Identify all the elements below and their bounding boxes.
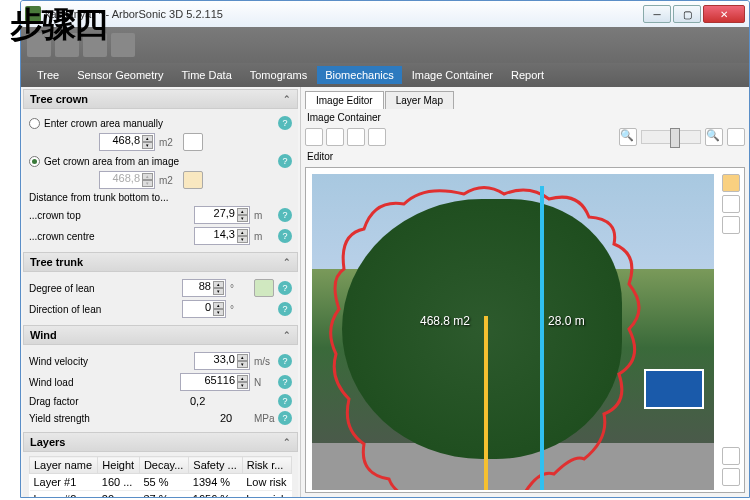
menubar: Tree Sensor Geometry Time Data Tomograms… [21, 63, 749, 87]
minimize-button[interactable]: ─ [643, 5, 671, 23]
tool-icon[interactable] [111, 33, 135, 57]
chevron-icon: ⌃ [283, 257, 291, 267]
radio-image[interactable] [29, 156, 40, 167]
chevron-icon: ⌃ [283, 94, 291, 104]
menu-report[interactable]: Report [503, 66, 552, 84]
unit: ° [230, 283, 250, 294]
settings-icon[interactable] [722, 468, 740, 486]
maximize-button[interactable]: ▢ [673, 5, 701, 23]
container-label: Image Container [305, 109, 745, 126]
window-title: kassanyar * - ArborSonic 3D 5.2.115 [45, 8, 643, 20]
section-title: Wind [30, 329, 57, 341]
menu-tomograms[interactable]: Tomograms [242, 66, 315, 84]
unit: N [254, 377, 274, 388]
section-layers-header[interactable]: Layers⌃ [23, 432, 298, 452]
help-icon[interactable]: ? [278, 116, 292, 130]
menu-timedata[interactable]: Time Data [173, 66, 239, 84]
overlay-step-label: 步骤四 [10, 2, 106, 48]
menu-biomechanics[interactable]: Biomechanics [317, 66, 401, 84]
drag-val: 0,2 [190, 395, 230, 407]
manual-label: Enter crown area manually [44, 118, 274, 129]
help-icon[interactable]: ? [278, 208, 292, 222]
right-panel: Image Editor Layer Map Image Container 🔍… [301, 87, 749, 497]
drag-label: Drag factor [29, 396, 186, 407]
tab-image-editor[interactable]: Image Editor [305, 91, 384, 109]
chevron-icon: ⌃ [283, 330, 291, 340]
image-label: Get crown area from an image [44, 156, 274, 167]
unit: ° [230, 304, 250, 315]
yield-val: 20 [220, 412, 250, 424]
help-icon[interactable]: ? [278, 229, 292, 243]
crown-centre-input[interactable]: 14,3▴▾ [194, 227, 250, 245]
titlebar: kassanyar * - ArborSonic 3D 5.2.115 ─ ▢ … [21, 1, 749, 27]
copy-icon[interactable] [347, 128, 365, 146]
help-icon[interactable]: ? [278, 302, 292, 316]
yield-label: Yield strength [29, 413, 216, 424]
unit: m/s [254, 356, 274, 367]
toolbar [21, 27, 749, 63]
zoom-slider[interactable] [641, 130, 701, 144]
table-row[interactable]: Layer #220 cm37 %1656 %Low risk [30, 491, 292, 498]
eye-icon[interactable] [722, 447, 740, 465]
zoom-out-icon[interactable]: 🔍 [705, 128, 723, 146]
close-button[interactable]: ✕ [703, 5, 745, 23]
editor-canvas[interactable]: 468.8 m2 28.0 m [305, 167, 745, 493]
unit: m [254, 231, 274, 242]
area-marker [484, 316, 488, 490]
lean-label: Degree of lean [29, 283, 178, 294]
area-label: 468.8 m2 [420, 314, 470, 328]
unit: m2 [159, 175, 179, 186]
paste-icon[interactable] [368, 128, 386, 146]
tab-layer-map[interactable]: Layer Map [385, 91, 454, 109]
lean-input[interactable]: 88▴▾ [182, 279, 226, 297]
unit: m [254, 210, 274, 221]
menu-image-container[interactable]: Image Container [404, 66, 501, 84]
app-window: kassanyar * - ArborSonic 3D 5.2.115 ─ ▢ … [20, 0, 750, 498]
section-title: Layers [30, 436, 65, 448]
help-icon[interactable]: ? [278, 411, 292, 425]
radio-manual[interactable] [29, 118, 40, 129]
crown-centre-label: ...crown centre [29, 231, 190, 242]
open-icon[interactable] [305, 128, 323, 146]
load-label: Wind load [29, 377, 176, 388]
load-input[interactable]: 65116▴▾ [180, 373, 250, 391]
line-tool-icon[interactable] [722, 216, 740, 234]
help-icon[interactable]: ? [278, 281, 292, 295]
pick-button[interactable] [183, 133, 203, 151]
crown-top-input[interactable]: 27,9▴▾ [194, 206, 250, 224]
crown-top-label: ...crown top [29, 210, 190, 221]
table-row[interactable]: Layer #1160 ...55 %1394 %Low risk [30, 474, 292, 491]
marker-tool-icon[interactable] [722, 195, 740, 213]
help-icon[interactable]: ? [278, 394, 292, 408]
menu-sensor[interactable]: Sensor Geometry [69, 66, 171, 84]
tree-image: 468.8 m2 28.0 m [312, 174, 714, 490]
pick-image-button[interactable] [183, 171, 203, 189]
lean-pick-button[interactable] [254, 279, 274, 297]
chevron-icon: ⌃ [283, 437, 291, 447]
unit: MPa [254, 413, 274, 424]
vel-label: Wind velocity [29, 356, 190, 367]
editor-label: Editor [305, 148, 745, 165]
left-panel: Tree crown⌃ Enter crown area manually? 4… [21, 87, 301, 497]
vel-input[interactable]: 33,0▴▾ [194, 352, 250, 370]
height-label: 28.0 m [548, 314, 585, 328]
section-wind-header[interactable]: Wind⌃ [23, 325, 298, 345]
manual-area-input[interactable]: 468,8▴▾ [99, 133, 155, 151]
help-icon[interactable]: ? [278, 354, 292, 368]
dir-input[interactable]: 0▴▾ [182, 300, 226, 318]
section-title: Tree trunk [30, 256, 83, 268]
help-icon[interactable]: ? [278, 375, 292, 389]
section-title: Tree crown [30, 93, 88, 105]
section-crown-header[interactable]: Tree crown⌃ [23, 89, 298, 109]
menu-tree[interactable]: Tree [29, 66, 67, 84]
help-icon[interactable]: ? [278, 154, 292, 168]
flag-tool-icon[interactable] [722, 174, 740, 192]
expand-icon[interactable] [727, 128, 745, 146]
section-trunk-header[interactable]: Tree trunk⌃ [23, 252, 298, 272]
zoom-in-icon[interactable]: 🔍 [619, 128, 637, 146]
layers-table: Layer nameHeightDecay...Safety ...Risk r… [29, 456, 292, 497]
image-area-input: 468,8▴▾ [99, 171, 155, 189]
dir-label: Direction of lean [29, 304, 178, 315]
save-icon[interactable] [326, 128, 344, 146]
unit: m2 [159, 137, 179, 148]
